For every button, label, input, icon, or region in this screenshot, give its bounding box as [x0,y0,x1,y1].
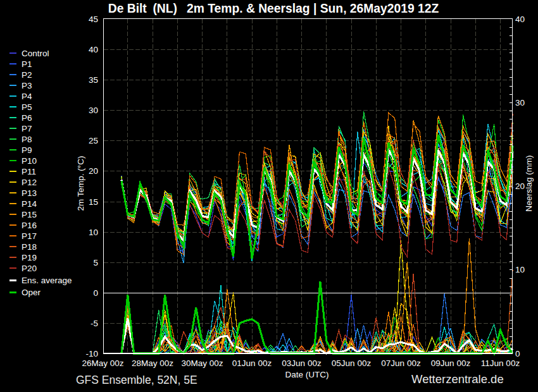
svg-text:28May 00z: 28May 00z [132,358,173,368]
svg-text:De Bilt (NL) 2m Temp. & Neers: De Bilt (NL) 2m Temp. & Neerslag | Sun, … [108,2,439,15]
svg-text:P18: P18 [22,242,37,252]
svg-text:P20: P20 [22,264,37,273]
svg-text:10: 10 [89,228,98,237]
svg-text:P9: P9 [22,145,32,155]
svg-text:10: 10 [515,265,525,274]
svg-text:25: 25 [89,136,98,145]
svg-text:P14: P14 [22,199,37,209]
svg-text:-5: -5 [91,319,98,328]
svg-text:20: 20 [89,166,98,176]
svg-text:30: 30 [89,106,98,115]
svg-text:Ens. average: Ens. average [22,276,72,285]
svg-text:11Jun 00z: 11Jun 00z [481,358,520,368]
svg-text:0: 0 [93,288,98,298]
svg-text:26May 00z: 26May 00z [82,358,123,368]
svg-text:P13: P13 [22,188,37,198]
svg-text:P10: P10 [22,156,37,166]
svg-text:Control: Control [22,49,49,58]
svg-text:P4: P4 [22,92,32,101]
svg-text:09Jun 00z: 09Jun 00z [431,358,471,368]
svg-text:P15: P15 [22,210,37,219]
svg-text:30: 30 [515,98,525,107]
svg-text:5: 5 [93,258,98,267]
svg-text:15: 15 [89,197,98,207]
svg-text:-10: -10 [85,349,98,358]
svg-text:30May 00z: 30May 00z [181,358,223,368]
svg-text:Date (UTC): Date (UTC) [285,370,328,379]
svg-text:P11: P11 [22,167,36,176]
svg-text:GFS Ensemble, 52N, 5E: GFS Ensemble, 52N, 5E [76,374,197,386]
svg-text:40: 40 [515,15,525,24]
svg-text:P19: P19 [22,253,37,262]
svg-text:P2: P2 [22,70,32,80]
svg-text:20: 20 [515,181,525,191]
svg-text:05Jun 00z: 05Jun 00z [332,358,372,368]
svg-text:Neerslag (mm): Neerslag (mm) [524,155,534,211]
svg-text:P6: P6 [22,113,32,123]
svg-text:Wetterzentrale.de: Wetterzentrale.de [411,372,504,386]
svg-text:P8: P8 [22,135,32,144]
svg-text:2m Temp. (°C): 2m Temp. (°C) [76,156,85,211]
svg-text:40: 40 [89,45,98,54]
svg-text:07Jun 00z: 07Jun 00z [381,358,421,368]
svg-text:P7: P7 [22,124,32,133]
svg-text:P5: P5 [22,102,32,112]
svg-text:P12: P12 [22,178,37,187]
svg-text:45: 45 [89,15,98,24]
svg-text:P16: P16 [22,221,37,230]
svg-text:P17: P17 [22,231,37,241]
svg-text:Oper: Oper [22,288,41,297]
svg-text:0: 0 [515,349,520,358]
svg-text:P1: P1 [22,59,32,69]
svg-text:35: 35 [89,75,98,85]
svg-text:P3: P3 [22,81,32,90]
svg-text:03Jun 00z: 03Jun 00z [282,358,322,368]
svg-text:01Jun 00z: 01Jun 00z [232,358,272,368]
